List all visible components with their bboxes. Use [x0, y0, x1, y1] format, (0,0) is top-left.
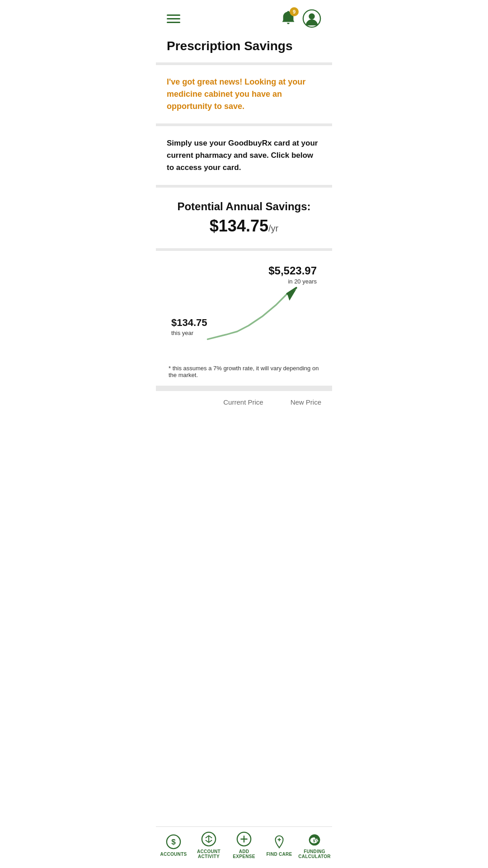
app-header: 9: [156, 0, 332, 35]
current-price-header: Current Price: [223, 398, 263, 406]
potential-savings-section: Potential Annual Savings: $134.75/yr: [156, 188, 332, 248]
nav-label-add-expense: ADD EXPENSE: [233, 849, 255, 859]
nav-item-find-care[interactable]: FIND CARE: [262, 834, 297, 857]
savings-chart-section: $134.75 this year $5,523.97 in 20 years …: [156, 251, 332, 386]
hamburger-menu[interactable]: [167, 14, 180, 23]
location-plus-icon: [272, 834, 287, 849]
nav-label-find-care: FIND CARE: [266, 852, 292, 857]
svg-text:$: $: [313, 839, 315, 843]
potential-savings-label: Potential Annual Savings:: [167, 200, 321, 213]
bottom-nav: $ ACCOUNTS ACCOUNT ACTIVITY ADD EXPENSE …: [156, 826, 332, 868]
svg-point-19: [315, 837, 318, 839]
savings-message-section: I've got great news! Looking at your med…: [156, 65, 332, 123]
nav-item-add-expense[interactable]: ADD EXPENSE: [226, 831, 262, 859]
chart-end-label: $5,523.97 in 20 years: [268, 264, 317, 285]
potential-savings-amount: $134.75: [210, 217, 268, 235]
new-price-header: New Price: [291, 398, 321, 406]
dollar-icon: $: [166, 834, 181, 849]
notifications-button[interactable]: 9: [280, 9, 297, 28]
nav-label-funding-calculator: FUNDING CALCULATOR: [298, 849, 331, 859]
svg-point-0: [287, 11, 290, 13]
chart-start-label: $134.75 this year: [171, 317, 207, 337]
chart-disclaimer: * this assumes a 7% growth rate, it will…: [167, 365, 321, 378]
nav-label-account-activity: ACCOUNT ACTIVITY: [197, 849, 221, 859]
page-title: Prescription Savings: [156, 35, 332, 62]
savings-chart: $134.75 this year $5,523.97 in 20 years: [167, 260, 321, 359]
nav-item-funding-calculator[interactable]: $ FUNDING CALCULATOR: [297, 831, 332, 859]
instructions-section: Simply use your GoodbuyRx card at your c…: [156, 126, 332, 185]
svg-point-2: [309, 14, 314, 19]
chart-end-amount: $5,523.97: [268, 264, 317, 277]
svg-rect-22: [313, 836, 315, 837]
instructions-text: Simply use your GoodbuyRx card at your c…: [167, 137, 321, 174]
nav-item-account-activity[interactable]: ACCOUNT ACTIVITY: [191, 831, 226, 859]
add-circle-icon: [236, 831, 252, 847]
header-actions: 9: [280, 9, 321, 28]
column-headers: Current Price New Price: [156, 388, 332, 410]
profile-button[interactable]: [302, 9, 321, 28]
svg-text:$: $: [171, 837, 176, 846]
nav-label-accounts: ACCOUNTS: [160, 852, 187, 857]
svg-point-20: [315, 839, 316, 840]
svg-point-21: [316, 840, 319, 842]
chart-start-amount: $134.75: [171, 317, 207, 329]
savings-message-text: I've got great news! Looking at your med…: [167, 76, 321, 113]
notification-badge: 9: [290, 7, 299, 16]
potential-savings-unit: /yr: [268, 223, 278, 233]
chart-start-period: this year: [171, 330, 193, 336]
transfer-icon: [201, 831, 216, 847]
potential-savings-amount-wrapper: $134.75/yr: [167, 217, 321, 236]
chart-end-period: in 20 years: [288, 278, 317, 285]
nav-item-accounts[interactable]: $ ACCOUNTS: [156, 834, 191, 857]
piggy-icon: $: [307, 831, 322, 847]
